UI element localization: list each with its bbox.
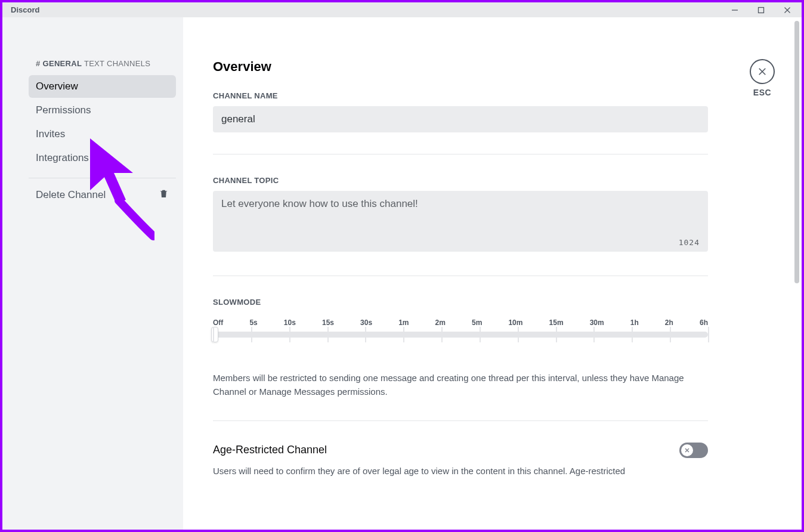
window-minimize-button[interactable] (729, 4, 741, 16)
slowmode-tick-label: 15s (322, 318, 334, 327)
age-restricted-description: Users will need to confirm they are of o… (213, 464, 708, 478)
slowmode-tick (327, 327, 329, 342)
slowmode-tick-label: 2h (665, 318, 673, 327)
slowmode-tick (289, 327, 290, 342)
slowmode-tick-label: 30s (360, 318, 372, 327)
esc-label: ESC (753, 88, 771, 97)
channel-name-label: CHANNEL NAME (213, 91, 708, 100)
slowmode-tick (632, 327, 633, 342)
slowmode-tick (556, 327, 557, 342)
page-title: Overview (213, 59, 708, 75)
sidebar-divider (29, 178, 176, 178)
divider (213, 276, 708, 276)
slowmode-tick (365, 327, 366, 342)
delete-channel-label: Delete Channel (36, 189, 106, 201)
slowmode-tick (441, 327, 443, 342)
slowmode-tick (670, 327, 671, 342)
sidebar-header: #GENERAL TEXT CHANNELS (29, 59, 176, 68)
slowmode-slider[interactable]: Off5s10s15s30s1m2m5m10m15m30m1h2h6h (213, 318, 708, 360)
slowmode-tick-label: 10m (508, 318, 522, 327)
slowmode-tick-label: 15m (549, 318, 564, 327)
slowmode-slider-handle[interactable] (211, 327, 218, 342)
settings-sidebar: #GENERAL TEXT CHANNELS Overview Permissi… (2, 17, 183, 530)
close-settings-button[interactable] (750, 59, 775, 84)
slowmode-tick (251, 327, 252, 342)
main-content: ESC Overview CHANNEL NAME CHANNEL TOPIC … (183, 17, 802, 530)
slowmode-tick (403, 327, 404, 342)
slowmode-tick (480, 327, 481, 342)
sidebar-item-integrations[interactable]: Integrations (29, 147, 176, 169)
slowmode-tick (213, 327, 214, 342)
slowmode-tick-label: 5s (249, 318, 257, 327)
divider (213, 154, 708, 154)
slowmode-tick-label: 30m (590, 318, 604, 327)
age-restricted-toggle[interactable] (679, 443, 708, 458)
toggle-knob (681, 444, 693, 456)
window-close-button[interactable] (781, 4, 793, 16)
char-count: 1024 (679, 238, 700, 247)
window-maximize-button[interactable] (755, 4, 767, 16)
svg-rect-1 (759, 7, 764, 13)
slowmode-tick (708, 327, 709, 342)
sidebar-item-permissions[interactable]: Permissions (29, 99, 176, 122)
titlebar: Discord (2, 2, 802, 17)
slowmode-tick-label: 2m (435, 318, 446, 327)
slowmode-tick-label: 1h (630, 318, 639, 327)
trash-icon (159, 188, 169, 202)
slowmode-description: Members will be restricted to sending on… (213, 371, 708, 399)
slowmode-tick (593, 327, 595, 342)
slowmode-tick-label: Off (213, 318, 223, 327)
slowmode-tick (518, 327, 519, 342)
scrollbar[interactable] (794, 21, 799, 283)
slowmode-tick-label: 1m (398, 318, 409, 327)
hash-icon: # (36, 59, 41, 68)
sidebar-item-delete-channel[interactable]: Delete Channel (29, 183, 176, 207)
sidebar-category: TEXT CHANNELS (84, 59, 150, 68)
slowmode-tick-label: 5m (472, 318, 482, 327)
slowmode-label: SLOWMODE (213, 298, 708, 307)
age-restricted-title: Age-Restricted Channel (213, 444, 327, 456)
slowmode-tick-label: 6h (700, 318, 708, 327)
sidebar-item-invites[interactable]: Invites (29, 123, 176, 146)
divider (213, 420, 708, 421)
channel-topic-label: CHANNEL TOPIC (213, 176, 708, 185)
channel-name-input[interactable] (213, 106, 708, 132)
slowmode-tick-label: 10s (284, 318, 296, 327)
channel-topic-input[interactable] (213, 191, 708, 252)
app-name: Discord (7, 5, 39, 14)
sidebar-item-overview[interactable]: Overview (29, 75, 176, 98)
